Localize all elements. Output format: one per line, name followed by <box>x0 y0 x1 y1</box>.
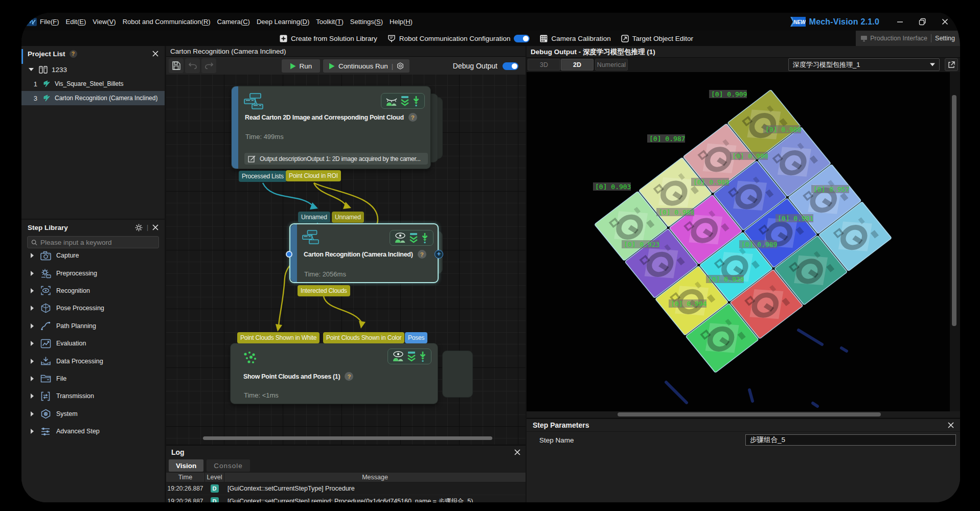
step-category[interactable]: Advanced Step <box>21 423 165 440</box>
caret-right-icon[interactable] <box>30 253 34 258</box>
debug-source-dropdown[interactable]: 深度学习模型包推理_1 <box>788 58 940 71</box>
port-label[interactable]: Point Clouds Shown in Color <box>323 332 404 343</box>
menu-item[interactable]: Settings(S) <box>350 18 383 26</box>
menu-item[interactable]: Toolkit(T) <box>316 18 343 26</box>
close-button[interactable] <box>933 13 956 31</box>
step-category[interactable]: Evaluation <box>21 335 165 352</box>
continuous-run-button[interactable]: Continuous Run | <box>323 59 409 73</box>
download-output-icon[interactable] <box>412 96 420 107</box>
toolbar-item[interactable]: Camera Calibration <box>540 35 610 42</box>
node-add-port[interactable]: + <box>435 250 443 259</box>
node-help-icon[interactable]: ? <box>408 113 417 122</box>
step-category[interactable]: Data Processing <box>21 352 165 369</box>
visibility-on-icon[interactable] <box>392 351 404 362</box>
gear-icon[interactable] <box>135 224 143 231</box>
port-label[interactable]: Point Cloud in ROI <box>286 170 341 181</box>
node-help-icon[interactable]: ? <box>418 250 426 259</box>
view-2d-button[interactable]: 2D <box>561 59 594 71</box>
save-button[interactable] <box>169 58 184 73</box>
port-label[interactable]: Processed Lists <box>239 171 287 182</box>
undo-button[interactable] <box>185 58 200 73</box>
port-label[interactable]: Poses <box>405 332 427 343</box>
menu-item[interactable]: Help(H) <box>390 18 413 26</box>
step-category[interactable]: Recognition <box>21 282 165 299</box>
caret-down-icon[interactable] <box>29 67 34 72</box>
minimize-button[interactable] <box>888 13 911 31</box>
project-tree-root[interactable]: 1233 <box>21 62 165 77</box>
open-external-icon[interactable] <box>945 58 958 71</box>
visibility-off-icon[interactable] <box>385 96 398 106</box>
close-step-parameters-icon[interactable] <box>948 422 954 428</box>
caret-right-icon[interactable] <box>30 393 34 399</box>
close-log-icon[interactable] <box>514 449 520 455</box>
toggle-switch[interactable] <box>514 35 530 42</box>
step-category[interactable]: Path Planning <box>21 317 165 335</box>
canvas-horizontal-scrollbar[interactable] <box>203 436 492 440</box>
setting-button[interactable]: Setting <box>935 35 955 42</box>
caret-right-icon[interactable] <box>30 288 34 293</box>
caret-right-icon[interactable] <box>30 429 34 434</box>
close-step-library-icon[interactable] <box>152 224 158 230</box>
caret-right-icon[interactable] <box>30 306 34 311</box>
production-interface-button[interactable]: Production Interface <box>860 35 927 42</box>
toolbar-item[interactable]: Create from Solution Library <box>280 35 377 42</box>
project-item[interactable]: 3 Carton Recognition (Camera Inclined) <box>21 91 165 105</box>
log-tab[interactable]: Vision <box>169 459 203 472</box>
debug-output-toggle[interactable] <box>503 62 518 70</box>
step-category[interactable]: System <box>21 405 165 423</box>
run-settings-icon[interactable] <box>397 62 404 69</box>
node-input-port[interactable] <box>286 251 292 258</box>
visibility-on-icon[interactable] <box>394 233 406 243</box>
port-label[interactable]: Point Clouds Shown in White <box>237 332 320 343</box>
caret-right-icon[interactable] <box>30 271 34 276</box>
menu-item[interactable]: View(V) <box>93 18 116 26</box>
log-row[interactable]: 19:20:26.887 D [GuiContext::setCurrentSt… <box>166 495 526 502</box>
caret-right-icon[interactable] <box>30 411 34 416</box>
log-tab[interactable]: Console <box>207 459 250 472</box>
step-name-input[interactable] <box>745 434 956 446</box>
port-label[interactable]: Unnamed <box>298 212 330 223</box>
collapse-icon[interactable] <box>400 96 410 106</box>
step-node-show-point-clouds[interactable]: Show Point Clouds and Poses (1) ? Time: … <box>230 343 438 404</box>
menu-item[interactable]: Edit(E) <box>66 18 86 26</box>
restore-button[interactable] <box>911 13 933 31</box>
port-label[interactable]: Unnamed <box>332 212 364 223</box>
step-category[interactable]: Pose Processing <box>21 299 165 317</box>
close-project-list-icon[interactable] <box>152 51 158 57</box>
step-node-carton-recognition[interactable]: Carton Recognition (Camera Inclined) ? T… <box>289 223 439 283</box>
toolbar-item[interactable]: Target Object Editor <box>621 35 693 42</box>
log-row[interactable]: 19:20:26.887 D [GuiContext::setCurrentSt… <box>166 482 526 495</box>
download-output-icon[interactable] <box>421 233 429 244</box>
project-item[interactable]: 1 Vis_Square_Steel_Billets <box>21 77 165 91</box>
graph-canvas[interactable]: Read Carton 2D Image and Corresponding P… <box>166 75 526 445</box>
redo-button[interactable] <box>201 58 216 73</box>
debug-2d-view[interactable]: [0] 0.909[0] 0.980[0] 0.987[0] 0.990[0] … <box>527 72 950 411</box>
menu-item[interactable]: Robot and Communication(R) <box>123 18 211 26</box>
caret-right-icon[interactable] <box>30 376 34 381</box>
node-output-description[interactable]: Output descriptionOutput 1: 2D image acq… <box>244 153 428 165</box>
caret-right-icon[interactable] <box>30 323 34 329</box>
help-badge-icon[interactable]: ? <box>70 50 77 58</box>
run-button[interactable]: Run <box>282 59 320 73</box>
view-3d-button[interactable]: 3D <box>528 59 560 71</box>
port-label[interactable]: Interected Clouds <box>298 285 350 296</box>
debug-horizontal-scrollbar[interactable] <box>618 412 881 416</box>
collapse-icon[interactable] <box>408 233 419 243</box>
step-node-read-carton[interactable]: Read Carton 2D Image and Corresponding P… <box>231 86 431 169</box>
step-category[interactable]: Preprocessing <box>21 264 165 282</box>
step-category[interactable]: Transmission <box>21 387 165 405</box>
menu-item[interactable]: Camera(C) <box>217 18 250 26</box>
node-help-icon[interactable]: ? <box>345 372 353 381</box>
step-category[interactable]: File <box>21 370 165 387</box>
step-search-input[interactable] <box>40 239 155 246</box>
view-numerical-button[interactable]: Numerical <box>595 59 628 71</box>
caret-right-icon[interactable] <box>30 341 34 346</box>
debug-vertical-scrollbar[interactable] <box>952 95 956 326</box>
collapse-icon[interactable] <box>406 351 417 362</box>
step-category[interactable]: Capture <box>21 247 165 264</box>
menu-item[interactable]: File(F) <box>40 18 59 26</box>
toolbar-item[interactable]: Robot Communication Configuration <box>388 35 530 42</box>
download-output-icon[interactable] <box>419 351 427 362</box>
caret-right-icon[interactable] <box>30 359 34 364</box>
menu-item[interactable]: Deep Learning(D) <box>257 18 309 26</box>
